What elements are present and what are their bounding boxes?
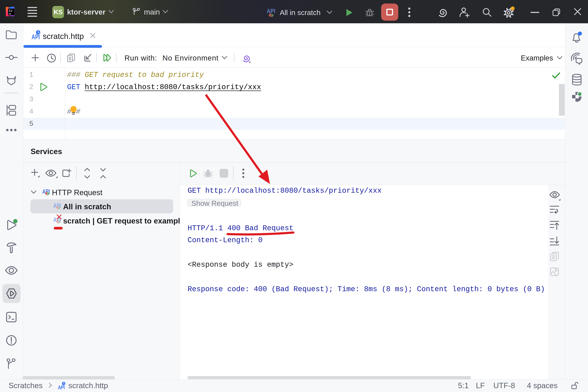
svg-text:API: API: [58, 384, 65, 390]
svg-text:API: API: [267, 8, 275, 14]
svg-text:IJ: IJ: [9, 9, 12, 12]
